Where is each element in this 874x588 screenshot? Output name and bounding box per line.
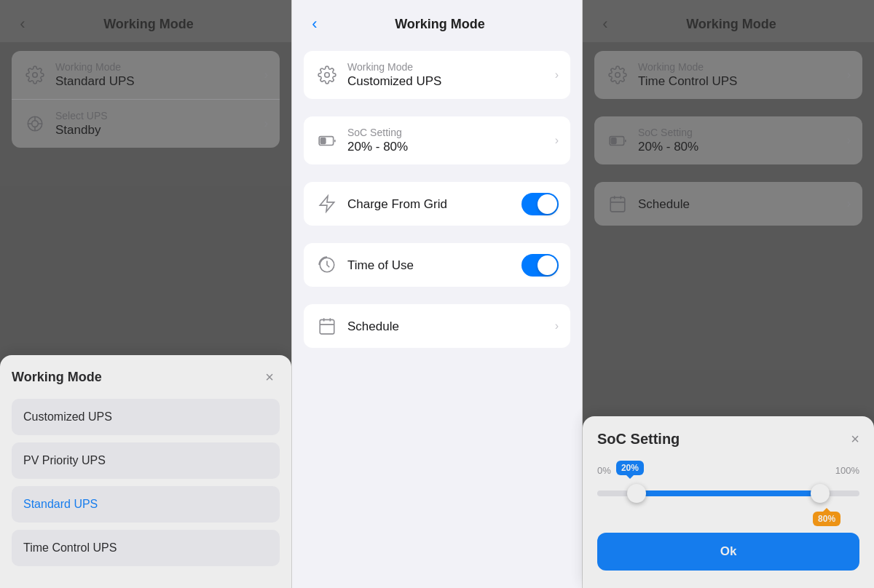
charge-grid-toggle[interactable]	[521, 193, 559, 215]
soc-slider-area: 0% 100% 20% 80%	[597, 465, 859, 496]
left-panel-title: Working Mode	[39, 17, 258, 32]
right-chevron-2: ›	[847, 197, 851, 210]
center-header: ‹ Working Mode	[292, 0, 582, 42]
left-chevron-0: ›	[264, 68, 268, 82]
soc-thumb-right[interactable]: 80%	[811, 484, 830, 503]
left-item-select-ups[interactable]: Select UPS Standby ›	[12, 100, 280, 148]
center-back-button[interactable]: ‹	[304, 15, 326, 33]
left-select-ups-subtitle: Standby	[55, 123, 264, 138]
center-item-soc[interactable]: SoC Setting 20% - 80% ›	[304, 116, 570, 164]
time-of-use-icon	[315, 253, 339, 277]
soc-min-label: 0%	[597, 465, 611, 476]
right-list-1: Working Mode Time Control UPS ›	[594, 51, 862, 99]
soc-header: SoC Setting ×	[597, 431, 859, 448]
right-list-2: SoC Setting 20% - 80% ›	[594, 116, 862, 164]
center-soc-content: SoC Setting 20% - 80%	[347, 127, 555, 154]
left-select-ups-title: Select UPS	[55, 110, 264, 122]
center-tou-title: Time of Use	[347, 258, 521, 273]
option-standard-ups[interactable]: Standard UPS	[12, 486, 280, 523]
center-item-charge-grid[interactable]: Charge From Grid	[304, 182, 570, 226]
right-settings-icon	[606, 63, 629, 87]
center-panel-title: Working Mode	[331, 17, 548, 32]
ups-icon	[23, 112, 47, 135]
option-customized-ups[interactable]: Customized UPS	[12, 399, 280, 435]
soc-fill	[637, 490, 820, 496]
right-item-working-mode[interactable]: Working Mode Time Control UPS ›	[594, 51, 862, 99]
charge-toggle-wrap	[521, 193, 559, 215]
option-time-control[interactable]: Time Control UPS	[12, 530, 280, 566]
center-working-mode-content: Working Mode Customized UPS	[347, 61, 555, 89]
left-chevron-1: ›	[264, 117, 268, 130]
right-panel-title: Working Mode	[622, 17, 840, 32]
right-back-button[interactable]: ‹	[594, 15, 616, 33]
modal-header: Working Mode ×	[12, 367, 280, 387]
left-panel: ‹ Working Mode Working Mode Standard UPS…	[0, 0, 291, 588]
option-pv-priority[interactable]: PV Priority UPS	[12, 442, 280, 479]
center-chevron-1: ›	[555, 134, 559, 147]
left-working-mode-title: Working Mode	[55, 61, 264, 73]
right-battery-icon	[606, 129, 629, 152]
soc-close-button[interactable]: ×	[851, 431, 859, 448]
center-item-schedule[interactable]: Schedule ›	[304, 304, 570, 348]
svg-point-7	[325, 73, 330, 78]
right-item-schedule[interactable]: Schedule ›	[594, 182, 862, 226]
left-back-button[interactable]: ‹	[12, 15, 34, 33]
tou-toggle-wrap	[521, 254, 559, 277]
soc-modal: SoC Setting × 0% 100% 20% 80% Ok	[583, 416, 874, 588]
right-schedule-content: Schedule	[638, 196, 847, 212]
right-list-3: Schedule ›	[594, 182, 862, 226]
right-working-mode-content: Working Mode Time Control UPS	[638, 61, 847, 89]
right-schedule-title: Schedule	[638, 197, 847, 212]
center-working-mode-title: Working Mode	[347, 61, 555, 73]
modal-close-button[interactable]: ×	[259, 367, 280, 387]
center-list-5: Schedule ›	[304, 304, 570, 348]
center-schedule-title: Schedule	[347, 319, 555, 334]
modal-title: Working Mode	[12, 370, 102, 385]
left-header: ‹ Working Mode	[0, 0, 291, 42]
soc-badge-left: 20%	[616, 461, 644, 475]
right-soc-subtitle: 20% - 80%	[638, 140, 847, 154]
svg-rect-10	[320, 138, 326, 144]
center-settings-icon	[315, 63, 339, 87]
tou-toggle[interactable]	[521, 254, 559, 277]
center-list-2: SoC Setting 20% - 80% ›	[304, 116, 570, 164]
center-item-working-mode[interactable]: Working Mode Customized UPS ›	[304, 51, 570, 99]
center-item-tou[interactable]: Time of Use	[304, 243, 570, 287]
left-item-working-mode[interactable]: Working Mode Standard UPS ›	[12, 51, 280, 100]
left-list: Working Mode Standard UPS › Select UPS S…	[12, 51, 280, 148]
left-select-ups-content: Select UPS Standby	[55, 110, 264, 138]
center-working-mode-subtitle: Customized UPS	[347, 74, 555, 89]
soc-modal-title: SoC Setting	[597, 431, 680, 448]
right-schedule-icon	[606, 192, 629, 215]
center-soc-subtitle: 20% - 80%	[347, 140, 555, 154]
svg-rect-12	[320, 319, 334, 334]
center-chevron-0: ›	[555, 68, 559, 82]
right-item-soc[interactable]: SoC Setting 20% - 80% ›	[594, 116, 862, 164]
center-soc-title: SoC Setting	[347, 127, 555, 138]
right-header: ‹ Working Mode	[583, 0, 874, 42]
working-mode-modal: Working Mode × Customized UPS PV Priorit…	[0, 355, 291, 588]
grid-charge-icon	[315, 192, 339, 215]
left-working-mode-content: Working Mode Standard UPS	[55, 61, 264, 89]
soc-track[interactable]: 20% 80%	[597, 490, 859, 496]
center-tou-content: Time of Use	[347, 257, 521, 273]
right-chevron-1: ›	[847, 134, 851, 147]
right-working-mode-title: Working Mode	[638, 61, 847, 73]
center-schedule-icon	[315, 314, 339, 338]
center-chevron-4: ›	[555, 319, 559, 333]
center-list-4: Time of Use	[304, 243, 570, 287]
soc-badge-right: 80%	[813, 512, 840, 526]
soc-ok-button[interactable]: Ok	[597, 533, 859, 571]
right-soc-content: SoC Setting 20% - 80%	[638, 127, 847, 154]
soc-thumb-left[interactable]: 20%	[627, 484, 646, 503]
center-panel: ‹ Working Mode Working Mode Customized U…	[291, 0, 583, 588]
left-working-mode-subtitle: Standard UPS	[55, 74, 264, 89]
center-schedule-content: Schedule	[347, 318, 555, 334]
svg-point-16	[615, 73, 621, 78]
center-list-1: Working Mode Customized UPS ›	[304, 51, 570, 99]
soc-max-label: 100%	[835, 465, 859, 476]
right-soc-title: SoC Setting	[638, 127, 847, 138]
center-charge-title: Charge From Grid	[347, 197, 521, 212]
right-chevron-0: ›	[847, 68, 851, 82]
svg-point-0	[33, 73, 38, 78]
